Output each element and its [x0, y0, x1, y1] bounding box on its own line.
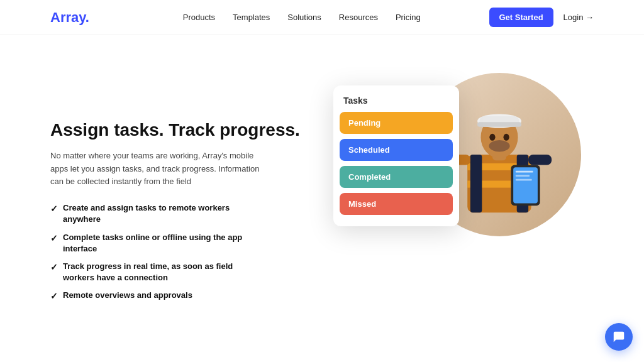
navbar: Array. Products Templates Solutions Reso… [0, 0, 644, 35]
svg-rect-9 [477, 122, 521, 126]
task-completed[interactable]: Completed [340, 166, 453, 188]
svg-rect-3 [470, 155, 482, 212]
task-missed[interactable]: Missed [340, 193, 453, 215]
page-title: Assign tasks. Track progress. [50, 119, 314, 141]
nav-products[interactable]: Products [183, 13, 215, 22]
nav-resources[interactable]: Resources [339, 13, 378, 22]
chat-bubble-button[interactable] [605, 323, 633, 351]
feature-item-1: ✓ Create and assign tasks to remote work… [50, 202, 264, 225]
svg-rect-19 [516, 179, 532, 181]
task-pending[interactable]: Pending [340, 112, 453, 134]
left-column: Assign tasks. Track progress. No matter … [50, 119, 314, 303]
task-scheduled[interactable]: Scheduled [340, 139, 453, 161]
feature-list: ✓ Create and assign tasks to remote work… [50, 202, 314, 303]
tasks-card: Tasks Pending Scheduled Completed Missed [333, 85, 459, 226]
logo: Array. [50, 9, 89, 26]
svg-rect-14 [528, 155, 552, 165]
svg-point-12 [489, 140, 509, 151]
get-started-button[interactable]: Get Started [489, 8, 553, 27]
right-column: Tasks Pending Scheduled Completed Missed [314, 60, 594, 362]
checkmark-icon: ✓ [50, 290, 58, 303]
svg-rect-18 [516, 175, 530, 177]
nav-right: Get Started Login → [489, 8, 594, 27]
svg-point-10 [489, 134, 495, 141]
feature-item-2: ✓ Complete tasks online or offline using… [50, 232, 264, 255]
main-section: Assign tasks. Track progress. No matter … [0, 35, 644, 362]
checkmark-icon: ✓ [50, 261, 58, 274]
svg-rect-16 [513, 167, 538, 203]
nav-templates[interactable]: Templates [233, 13, 270, 22]
chat-icon [612, 330, 626, 344]
svg-point-11 [503, 134, 509, 141]
login-button[interactable]: Login → [564, 13, 594, 22]
svg-rect-17 [516, 171, 533, 173]
checkmark-icon: ✓ [50, 233, 58, 245]
feature-item-3: ✓ Track progress in real time, as soon a… [50, 261, 264, 283]
tasks-card-title: Tasks [333, 96, 459, 112]
nav-links: Products Templates Solutions Resources P… [114, 13, 489, 22]
feature-item-4: ✓ Remote overviews and approvals [50, 290, 264, 303]
hero-subtext: No matter where your teams are working, … [50, 150, 264, 189]
nav-pricing[interactable]: Pricing [396, 13, 421, 22]
checkmark-icon: ✓ [50, 203, 58, 216]
nav-solutions[interactable]: Solutions [287, 13, 321, 22]
